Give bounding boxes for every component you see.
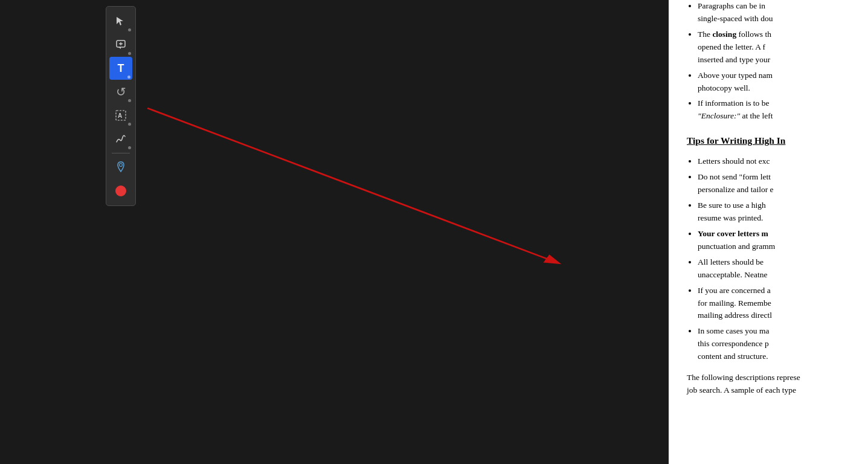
tool-badge [128,28,131,31]
pin-icon [115,161,126,174]
signature-icon [115,133,127,145]
signature-button[interactable] [109,127,132,150]
svg-point-7 [120,164,123,167]
record-icon [115,185,126,196]
tool-badge [128,99,131,102]
left-panel [0,0,103,464]
bullet-item: If information is to be "Enclosure:" at … [698,97,856,123]
cursor-icon [115,16,126,27]
bullet-item: Above your typed nam photocopy well. [698,69,856,95]
tip-item: Be sure to use a high resume was printed… [698,199,856,225]
pin-button[interactable] [109,156,132,179]
bullet-item: The closing follows th opened the letter… [698,28,856,66]
footer-paragraph: The following descriptions represe job s… [687,372,856,397]
toolbar-divider [112,153,130,153]
tool-badge [128,123,131,126]
tips-bullet-list: Letters should not exc Do not send "form… [698,155,856,363]
svg-line-9 [147,108,558,263]
section-heading: Tips for Writing High In [687,134,856,148]
tip-item: Do not send "form lett personalize and t… [698,171,856,196]
tip-item: Your cover letters m punctuation and gra… [698,228,856,253]
text-tool-button[interactable]: T [109,57,132,80]
bullet-item: Paragraphs can be in single-spaced with … [698,0,856,25]
select-tool-button[interactable] [109,10,132,33]
document-panel: Paragraphs can be in single-spaced with … [669,0,868,464]
toolbar: T ↺ A [106,6,136,206]
top-bullet-list: Paragraphs can be in single-spaced with … [698,0,856,123]
text-icon: T [118,62,124,75]
svg-marker-4 [118,47,121,49]
tip-item: All letters should be unacceptable. Neat… [698,256,856,282]
svg-marker-0 [117,17,123,25]
center-panel [139,0,669,464]
rotate-button[interactable]: ↺ [109,80,132,103]
svg-text:A: A [118,112,122,119]
tip-item: In some cases you ma this correspondence… [698,325,856,363]
rotate-icon: ↺ [116,85,126,99]
add-comment-icon [115,39,126,50]
text-box-icon: A [115,109,127,121]
tip-item: If you are concerned a for mailing. Reme… [698,285,856,323]
tool-badge [128,146,131,149]
tool-badge-active [127,76,130,79]
tool-badge [128,52,131,55]
text-box-button[interactable]: A [109,104,132,127]
annotation-arrow [139,0,669,302]
tip-item: Letters should not exc [698,155,856,168]
add-comment-button[interactable] [109,33,132,56]
record-button[interactable] [109,179,132,202]
toolbar-wrapper: T ↺ A [103,0,139,464]
